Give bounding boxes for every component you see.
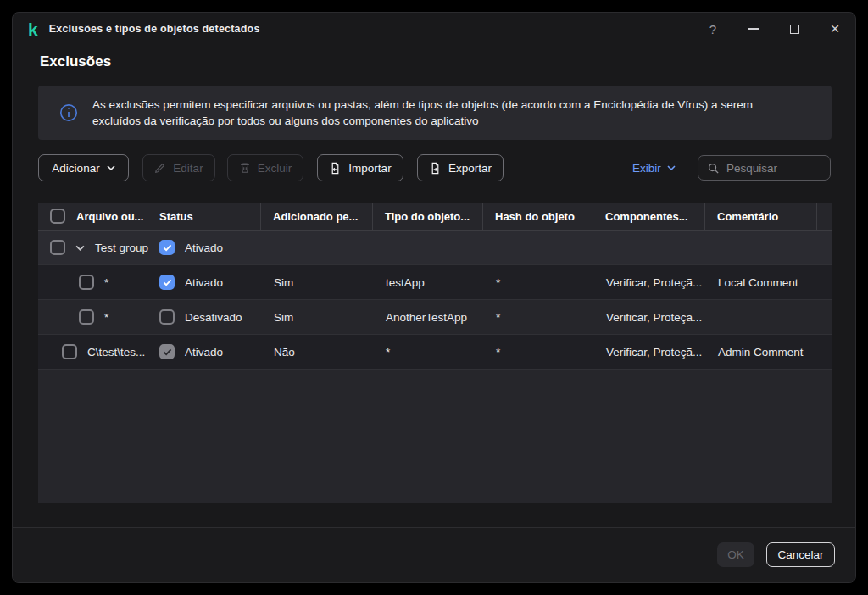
minimize-button[interactable] [733, 13, 774, 45]
table-row-group[interactable]: Test group Ativado [38, 231, 832, 265]
object-type-cell: AnotherTestApp [372, 311, 482, 324]
add-button-label: Adicionar [52, 162, 99, 175]
hash-cell: * [482, 276, 593, 289]
header-status: Status [147, 203, 260, 230]
app-window: k Exclusões e tipos de objetos detectado… [12, 12, 856, 583]
cancel-button[interactable]: Cancelar [766, 542, 835, 567]
table-header-row: Arquivo ou... Status Adicionado pe... Ti… [38, 203, 832, 231]
added-by-cell: Sim [260, 276, 372, 289]
object-type-cell: * [372, 346, 482, 359]
table-row[interactable]: * Desativado Sim AnotherTestApp * Verifi… [38, 300, 832, 335]
group-name: Test group [95, 242, 148, 254]
edit-button-label: Editar [173, 162, 203, 175]
status-label: Desativado [185, 311, 242, 324]
status-checkbox[interactable] [159, 344, 175, 359]
add-button[interactable]: Adicionar [38, 154, 129, 181]
delete-button[interactable]: Excluir [227, 154, 303, 181]
table-row[interactable]: C\test\tes... Ativado Não * * Verificar,… [38, 335, 832, 370]
titlebar: k Exclusões e tipos de objetos detectado… [13, 13, 855, 45]
file-value: * [104, 276, 108, 289]
import-icon [329, 162, 342, 175]
comment-cell: Local Comment [704, 276, 816, 289]
header-file-label: Arquivo ou... [76, 210, 143, 223]
window-controls: ? × [693, 13, 855, 45]
chevron-down-icon [107, 165, 115, 170]
group-cell: Test group [38, 240, 147, 255]
chevron-down-icon[interactable] [75, 245, 85, 251]
components-cell: Verificar, Proteçã... [593, 311, 704, 324]
file-value: * [104, 311, 108, 324]
row-checkbox[interactable] [79, 275, 94, 290]
screen: k Exclusões e tipos de objetos detectado… [0, 0, 868, 595]
window-title: Exclusões e tipos de objetos detectados [49, 23, 260, 35]
status-checkbox[interactable] [159, 240, 175, 255]
file-cell: * [38, 275, 147, 290]
info-icon [59, 103, 78, 122]
view-dropdown-label: Exibir [632, 162, 661, 175]
header-spacer [816, 203, 832, 230]
minimize-icon [748, 28, 760, 30]
file-cell: C\test\tes... [38, 344, 147, 359]
header-components: Componentes... [593, 203, 704, 230]
exclusions-table: Arquivo ou... Status Adicionado pe... Ti… [38, 203, 832, 503]
import-button[interactable]: Importar [317, 154, 403, 181]
info-banner: As exclusões permitem especificar arquiv… [38, 86, 832, 140]
row-checkbox[interactable] [79, 309, 94, 325]
added-by-cell: Não [260, 346, 372, 359]
header-object-type: Tipo do objeto... [372, 203, 482, 230]
components-cell: Verificar, Proteçã... [593, 346, 704, 359]
close-button[interactable]: × [815, 13, 855, 45]
comment-cell: Admin Comment [704, 346, 816, 359]
footer: OK Cancelar [13, 528, 856, 583]
header-added-by: Adicionado pe... [260, 203, 372, 230]
help-button[interactable]: ? [693, 13, 733, 45]
maximize-icon [790, 25, 799, 34]
trash-icon [239, 162, 251, 174]
edit-button[interactable]: Editar [142, 154, 215, 181]
search-icon [707, 162, 720, 175]
info-text: As exclusões permitem especificar arquiv… [92, 97, 796, 129]
chevron-down-icon [667, 165, 676, 170]
object-type-cell: testApp [372, 276, 482, 289]
header-comment: Comentário [704, 203, 816, 230]
added-by-cell: Sim [260, 311, 372, 324]
hash-cell: * [482, 311, 593, 324]
ok-button[interactable]: OK [717, 542, 754, 567]
row-checkbox[interactable] [62, 344, 77, 359]
status-cell: Ativado [147, 275, 260, 290]
status-label: Ativado [185, 242, 223, 254]
header-object-hash: Hash do objeto [482, 203, 593, 230]
hash-cell: * [482, 346, 593, 359]
status-cell: Ativado [147, 344, 260, 359]
maximize-button[interactable] [774, 13, 815, 45]
header-file: Arquivo ou... [38, 203, 147, 230]
status-checkbox[interactable] [159, 275, 175, 290]
page-title: Exclusões [40, 53, 111, 70]
search-box [698, 155, 831, 181]
import-button-label: Importar [348, 162, 391, 175]
view-dropdown[interactable]: Exibir [632, 154, 676, 181]
status-cell: Desativado [147, 309, 260, 325]
kaspersky-logo-icon: k [28, 20, 38, 38]
table-row[interactable]: * Ativado Sim testApp * Verificar, Prote… [38, 265, 832, 300]
status-label: Ativado [185, 346, 223, 359]
delete-button-label: Excluir [258, 162, 292, 175]
export-icon [429, 162, 442, 175]
file-cell: * [38, 309, 147, 325]
components-cell: Verificar, Proteçã... [593, 276, 704, 289]
select-all-checkbox[interactable] [50, 209, 65, 224]
export-button-label: Exportar [448, 162, 492, 175]
pencil-icon [154, 162, 166, 174]
row-checkbox[interactable] [50, 240, 65, 255]
search-input[interactable] [726, 162, 830, 175]
file-value: C\test\tes... [87, 346, 145, 359]
export-button[interactable]: Exportar [417, 154, 504, 181]
status-label: Ativado [185, 276, 223, 289]
status-checkbox[interactable] [159, 309, 175, 325]
status-cell: Ativado [147, 240, 260, 255]
